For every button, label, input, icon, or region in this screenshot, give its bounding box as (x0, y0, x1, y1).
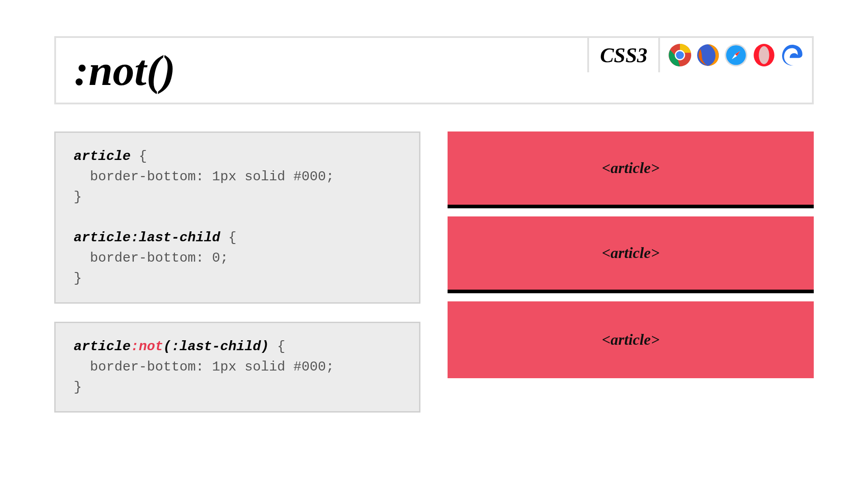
demo-column: <article> <article> <article> (448, 131, 814, 452)
code-text: } (74, 271, 82, 286)
content-row: article { border-bottom: 1px solid #000;… (54, 131, 814, 452)
title-cell: :not() (56, 38, 587, 103)
demo-article: <article> (448, 216, 814, 293)
demo-article-label: <article> (602, 331, 660, 348)
code-block-1: article { border-bottom: 1px solid #000;… (54, 131, 420, 304)
demo-article-label: <article> (602, 244, 660, 262)
code-not-keyword: :not (131, 339, 163, 354)
svg-point-10 (759, 46, 769, 64)
code-selector: article:last-child (74, 230, 220, 245)
page-title: :not() (74, 45, 175, 95)
header-row: :not() CSS3 (54, 36, 814, 104)
slide: :not() CSS3 (0, 0, 868, 488)
chrome-icon (668, 43, 692, 67)
code-text: { (220, 230, 236, 245)
code-text: { (269, 339, 285, 354)
code-text: { (131, 149, 147, 164)
code-text: } (74, 380, 82, 395)
spec-badge: CSS3 (587, 38, 658, 72)
code-text: border-bottom: 0; (74, 250, 228, 266)
svg-point-2 (676, 51, 684, 59)
demo-article-label: <article> (602, 160, 660, 177)
edge-icon (780, 43, 804, 67)
code-column: article { border-bottom: 1px solid #000;… (54, 131, 420, 452)
demo-article: <article> (448, 131, 814, 208)
articles-demo: <article> <article> <article> (448, 131, 814, 378)
safari-icon (724, 43, 748, 67)
code-text: border-bottom: 1px solid #000; (74, 169, 334, 184)
code-selector: article (74, 149, 131, 164)
code-text: border-bottom: 1px solid #000; (74, 359, 334, 375)
browser-support (658, 38, 812, 72)
firefox-icon (696, 43, 720, 67)
code-selector: (:last-child) (163, 339, 269, 354)
code-selector: article (74, 339, 131, 354)
demo-article: <article> (448, 301, 814, 378)
code-text: } (74, 189, 82, 205)
code-block-2: article:not(:last-child) { border-bottom… (54, 322, 420, 413)
opera-icon (752, 43, 776, 67)
